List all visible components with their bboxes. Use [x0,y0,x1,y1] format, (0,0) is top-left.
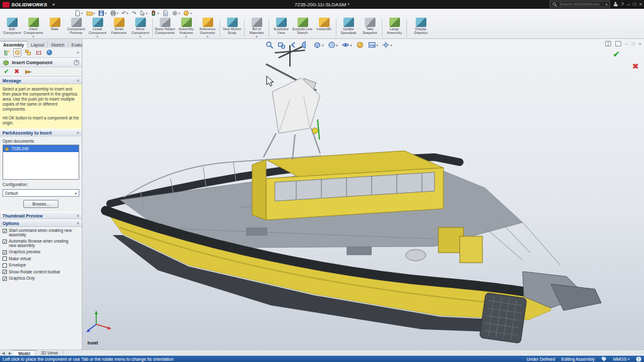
graphics-viewport[interactable]: ▾ ▾ ▾ ▾ ▾ – □ × ✔ ✖ boat [82,39,644,349]
view-settings-button[interactable]: ▾ [381,40,393,50]
chevron-down-icon[interactable]: ▾ [75,191,77,195]
open-documents-list[interactable]: 7235-240 [3,145,79,180]
apply-scene-button[interactable]: ▾ [367,40,379,50]
tab-sketch[interactable]: Sketch [48,41,68,48]
option-graphics-only[interactable]: ✓Graphics Only [0,275,82,282]
option-show-rotate-context-toolbar[interactable]: ✓Show Rotate context toolbar [0,268,82,275]
dropdown-icon[interactable]: ▾ [186,35,187,38]
tab-model[interactable]: Model [13,350,36,356]
cancel-button[interactable]: ✖ [14,69,19,75]
mate-button[interactable]: Mate [44,17,65,39]
checkbox[interactable]: ✓ [3,277,7,281]
dropdown-icon[interactable]: ▾ [140,35,142,38]
pane-full-icon[interactable] [615,41,621,47]
chevron-down-icon[interactable]: ▾ [628,357,630,361]
chevron-down-icon[interactable]: ▾ [336,43,338,47]
section-view-button[interactable] [301,40,310,50]
display-style-button[interactable]: ▾ [327,40,339,50]
feature-manager-tab[interactable] [3,48,11,57]
option-envelope[interactable]: Envelope [0,261,82,268]
search-box[interactable]: ▾ [550,1,610,8]
pane-split-icon[interactable] [605,41,611,47]
section-header-message[interactable]: Message ˄ [0,77,82,84]
close-button[interactable]: × [639,1,642,8]
collapse-chevron-icon[interactable]: ˄ [77,79,79,83]
display-graphics-components-button[interactable]: Display Graphics Components [408,17,433,39]
boat-model[interactable] [82,39,644,349]
exploded-view-button[interactable]: Exploded View [270,17,292,39]
section-header-thumbnail-preview[interactable]: Thumbnail Preview ˅ [0,212,82,219]
zoom-fit-button[interactable] [265,40,274,50]
instant3d-button[interactable]: Instant3D [313,17,335,39]
property-manager-tab[interactable] [13,48,21,57]
dropdown-icon[interactable]: ▾ [207,35,209,38]
save-button[interactable]: ▾ [98,10,107,16]
tab-scroll-left-icon[interactable]: ◀ [0,351,7,355]
option-start-command[interactable]: ✓Start command when creating new assembl… [0,227,82,238]
dropdown-icon[interactable]: ▾ [33,35,35,38]
update-speedpak-button[interactable]: Update Speedpak [338,17,359,39]
doc-restore-button[interactable]: □ [631,41,635,47]
select-button[interactable]: ▾ [140,10,148,16]
checkbox[interactable]: ✓ [3,229,7,233]
option-make-virtual[interactable]: Make virtual [0,255,82,262]
confirmation-cancel-button[interactable]: ✖ [632,62,639,71]
manager-tab-overflow-icon[interactable]: » [77,50,79,55]
dropdown-icon[interactable]: ▾ [97,35,99,38]
quick-tips-icon[interactable] [636,356,641,362]
doc-close-button[interactable]: × [638,41,641,47]
dimxpert-manager-tab[interactable] [35,48,43,57]
open-document-button[interactable]: ▾ [86,10,96,16]
browse-button[interactable]: Browse... [23,200,58,208]
edit-component-button[interactable]: Edit Component [1,17,23,39]
chevron-down-icon[interactable]: ▾ [350,43,352,47]
search-input[interactable] [558,1,604,7]
configuration-select[interactable]: Default ▾ [3,189,79,197]
chevron-down-icon[interactable]: ▾ [322,43,324,47]
redo-button[interactable]: ↷ [131,10,136,16]
hide-show-items-button[interactable]: ▾ [341,40,353,50]
tab-layout[interactable]: Layout [28,41,48,48]
show-hidden-components-button[interactable]: Show Hidden Components [154,17,175,39]
pushpin-icon[interactable] [25,69,32,75]
previous-view-button[interactable] [289,40,298,50]
search-scope-dropdown-icon[interactable]: ▾ [606,1,608,8]
minimize-button[interactable]: – [627,1,630,8]
checkbox[interactable] [3,263,7,268]
custom-properties-tag-icon[interactable] [601,356,607,362]
undo-button[interactable]: ↶▾ [121,10,128,16]
section-header-options[interactable]: Options ˄ [0,219,82,227]
print-button[interactable]: ▾ [110,10,119,16]
panel-help-icon[interactable]: ? [74,60,79,65]
reference-geometry-button[interactable]: Reference Geometry▾ [197,17,218,39]
new-motion-study-button[interactable]: New Motion Study [221,17,243,39]
tab-scroll-right-icon[interactable]: ▶ [7,351,14,355]
checkbox[interactable]: ✓ [3,239,7,244]
insert-components-button[interactable]: Insert Components▾ [23,17,44,39]
configuration-manager-tab[interactable] [24,48,32,57]
option-graphics-preview[interactable]: ✓Graphics preview [0,248,82,255]
tab-3d-views[interactable]: 3D Views [36,350,64,356]
edit-appearance-button[interactable] [355,40,365,50]
confirmation-ok-button[interactable]: ✔ [613,49,620,59]
smart-fasteners-button[interactable]: Smart Fasteners [108,17,130,39]
doc-minimize-button[interactable]: – [625,41,628,47]
appearance-button[interactable]: ▾ [183,10,192,16]
move-component-button[interactable]: Move Component▾ [130,17,151,39]
take-snapshot-button[interactable]: Take Snapshot [359,17,380,39]
explode-line-sketch-button[interactable]: Explode Line Sketch [292,17,313,39]
units-selector[interactable]: MMGS ▾ [613,357,630,361]
expand-chevron-icon[interactable]: ˅ [77,214,79,218]
collapse-chevron-icon[interactable]: ˄ [77,221,79,226]
dropdown-icon[interactable]: ▾ [256,35,258,38]
file-properties-button[interactable] [162,10,169,16]
login-user-icon[interactable] [613,2,618,7]
restore-button[interactable]: □ [633,1,636,8]
help-icon[interactable]: ? [621,1,624,8]
linear-component-pattern-button[interactable]: Linear Component Pattern▾ [87,17,108,39]
options-button[interactable]: ▾ [172,10,180,16]
tab-assembly[interactable]: Assembly [0,41,28,48]
assembly-features-button[interactable]: Assembly Features▾ [175,17,197,39]
section-header-part-assembly[interactable]: Part/Assembly to Insert ˄ [0,129,82,136]
zoom-area-button[interactable] [277,40,286,50]
